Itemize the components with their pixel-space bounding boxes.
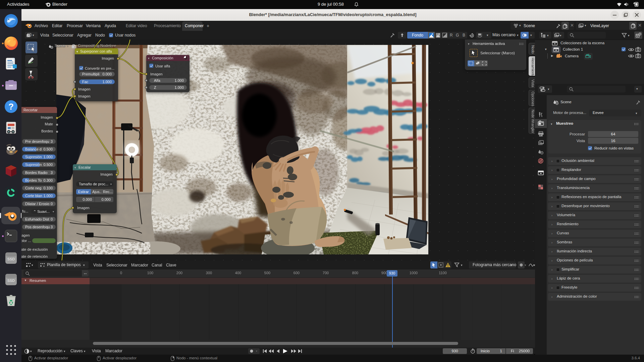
svg-text:SSD: SSD (7, 279, 15, 283)
svg-text:?: ? (8, 102, 14, 112)
svg-text:SSD: SSD (7, 257, 15, 261)
